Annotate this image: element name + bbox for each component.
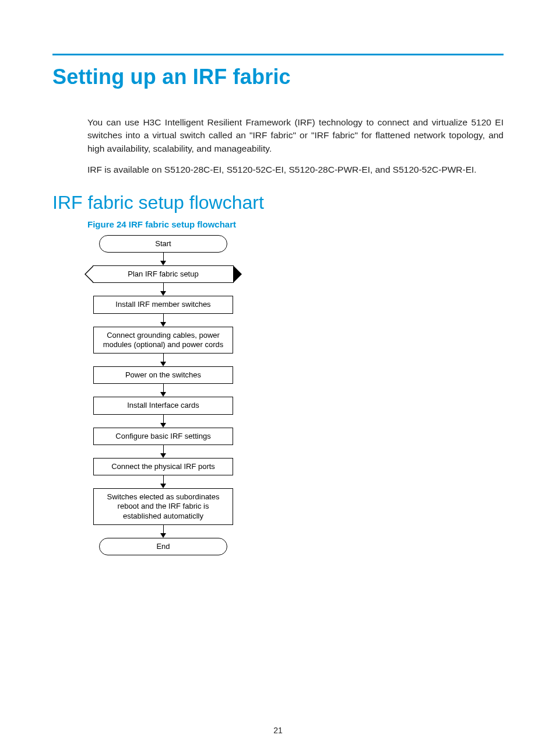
flow-node-connect-grounding: Connect grounding cables, power modules … [93, 327, 233, 354]
flow-arrow-icon [160, 354, 166, 366]
top-rule [52, 54, 504, 55]
flow-node-start: Start [99, 235, 227, 253]
flow-node-connect-physical: Connect the physical IRF ports [93, 458, 233, 475]
flow-arrow-icon [160, 525, 166, 538]
flow-arrow-icon [160, 445, 166, 458]
intro-paragraph-2: IRF is available on S5120-28C-EI, S5120-… [87, 163, 504, 176]
page: Setting up an IRF fabric You can use H3C… [0, 0, 556, 756]
flow-arrow-icon [160, 253, 166, 265]
flow-node-power-on: Power on the switches [93, 366, 233, 384]
intro-paragraph-1: You can use H3C Intelligent Resilient Fr… [87, 116, 504, 155]
flow-arrow-icon [160, 314, 166, 327]
flow-node-install-members: Install IRF member switches [93, 296, 233, 313]
flow-node-plan: Plan IRF fabric setup [93, 265, 234, 283]
figure-caption: Figure 24 IRF fabric setup flowchart [87, 219, 504, 229]
flow-arrow-icon [160, 283, 166, 296]
flow-node-install-interface: Install Interface cards [93, 397, 233, 414]
flowchart: Start Plan IRF fabric setup Install IRF … [87, 235, 239, 555]
flow-node-end: End [99, 538, 227, 555]
flow-arrow-icon [160, 475, 166, 488]
section-title-flowchart: IRF fabric setup flowchart [52, 192, 504, 214]
page-number: 21 [0, 726, 556, 735]
flow-node-subordinates: Switches elected as subordinates reboot … [93, 488, 233, 525]
flow-arrow-icon [160, 415, 166, 428]
flow-arrow-icon [160, 384, 166, 397]
page-title: Setting up an IRF fabric [52, 65, 504, 89]
intro-block: You can use H3C Intelligent Resilient Fr… [87, 116, 504, 177]
flow-node-configure-basic: Configure basic IRF settings [93, 428, 233, 445]
